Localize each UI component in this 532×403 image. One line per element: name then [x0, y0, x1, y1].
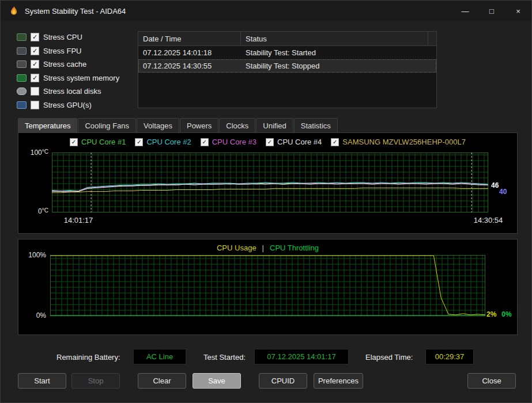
preferences-button[interactable]: Preferences [314, 373, 363, 389]
fpu-icon [17, 47, 27, 55]
minimize-button[interactable]: — [452, 1, 478, 21]
stress-option-label: Stress local disks [43, 87, 101, 96]
temperature-chart [52, 153, 488, 212]
title-separator: | [262, 244, 264, 252]
elapsed-time-label: Elapsed Time: [365, 353, 413, 362]
table-row[interactable]: 07.12.2025 14:30:55Stability Test: Stopp… [138, 59, 436, 73]
cpu-usage-chart [50, 255, 485, 316]
temp-x-axis-end: 14:30:54 [464, 216, 512, 225]
stress-option-stress-cpu[interactable]: ✓Stress CPU [17, 31, 119, 44]
legend-checkbox-samsung-mzvlw256hehp-000l7[interactable]: ✓ [331, 138, 339, 146]
clear-button[interactable]: Clear [138, 373, 186, 389]
usage-current-values: 2% 0% [486, 310, 512, 318]
temp-y-axis-min: 0°C [22, 207, 48, 215]
log-table-header: Date / Time Status [138, 32, 436, 46]
tab-unified[interactable]: Unified [256, 118, 293, 133]
throttling-current-value: 0% [501, 310, 511, 318]
legend-item-cpu-core-3: ✓CPU Core #3 [201, 138, 256, 146]
legend-label: CPU Core #3 [212, 138, 256, 146]
aida64-flame-icon [9, 6, 19, 16]
checkbox-stress-local-disks[interactable] [31, 87, 39, 96]
stop-button: Stop [71, 373, 120, 389]
save-button[interactable]: Save [193, 373, 241, 389]
usage-y-axis-max: 100% [21, 251, 46, 259]
cpu-usage-label: CPU Usage [217, 244, 256, 252]
start-button[interactable]: Start [18, 373, 66, 389]
legend-checkbox-cpu-core-2[interactable]: ✓ [135, 138, 143, 146]
stress-option-stress-cache[interactable]: ✓Stress cache [17, 58, 119, 71]
disk-icon [17, 88, 27, 95]
usage-y-axis-min: 0% [21, 311, 46, 320]
close-button[interactable]: × [505, 1, 531, 21]
stress-option-stress-fpu[interactable]: ✓Stress FPU [17, 44, 119, 58]
window-controls: — □ × [452, 1, 531, 21]
checkbox-stress-cache[interactable]: ✓ [31, 60, 39, 69]
legend-checkbox-cpu-core-1[interactable]: ✓ [70, 138, 78, 146]
temperatures-chart-panel: ✓CPU Core #1✓CPU Core #2✓CPU Core #3✓CPU… [18, 132, 518, 234]
legend-item-cpu-core-1: ✓CPU Core #1 [70, 138, 126, 146]
cpu-throttling-label: CPU Throttling [270, 244, 319, 252]
started-value-text: 07.12.2025 14:01:17 [267, 352, 335, 361]
chart-tabs: TemperaturesCooling FansVoltagesPowersCl… [18, 118, 338, 133]
cpuid-button[interactable]: CPUID [259, 373, 307, 389]
tab-voltages[interactable]: Voltages [137, 118, 179, 133]
cpu-usage-chart-title: CPU Usage|CPU Throttling [18, 244, 517, 252]
tab-temperatures[interactable]: Temperatures [18, 118, 77, 133]
usage-current-value: 2% [486, 310, 496, 318]
legend-label: SAMSUNG MZVLW256HEHP-000L7 [342, 138, 466, 146]
stress-options-list: ✓Stress CPU✓Stress FPU✓Stress cache✓Stre… [17, 31, 119, 112]
legend-checkbox-cpu-core-3[interactable]: ✓ [201, 138, 209, 146]
log-status-cell: Stability Test: Started [241, 48, 436, 57]
event-log-table[interactable]: Date / Time Status 07.12.2025 14:01:18St… [138, 31, 437, 108]
log-datetime-cell: 07.12.2025 14:01:18 [138, 48, 241, 57]
column-header-status[interactable]: Status [241, 32, 428, 45]
legend-label: CPU Core #2 [146, 138, 191, 146]
temp-current-value-2: 40 [499, 188, 507, 196]
system-stability-test-window: System Stability Test - AIDA64 — □ × ✓St… [0, 0, 532, 403]
stress-option-label: Stress CPU [43, 33, 82, 41]
memory-icon [17, 74, 27, 82]
temperature-legend: ✓CPU Core #1✓CPU Core #2✓CPU Core #3✓CPU… [18, 138, 517, 146]
stress-option-label: Stress cache [43, 60, 86, 69]
stress-option-stress-gpu-s[interactable]: Stress GPU(s) [17, 98, 119, 112]
log-rows: 07.12.2025 14:01:18Stability Test: Start… [138, 46, 436, 73]
gpu-icon [17, 101, 27, 109]
stress-option-stress-system-memory[interactable]: ✓Stress system memory [17, 71, 119, 85]
legend-label: CPU Core #4 [277, 138, 322, 146]
cache-icon [17, 60, 27, 68]
legend-label: CPU Core #1 [81, 138, 126, 146]
cpu-icon [17, 33, 27, 41]
window-title: System Stability Test - AIDA64 [25, 7, 126, 16]
title-bar: System Stability Test - AIDA64 — □ × [1, 1, 531, 21]
legend-checkbox-cpu-core-4[interactable]: ✓ [266, 138, 274, 146]
temp-y-axis-max: 100°C [22, 149, 48, 157]
legend-item-cpu-core-2: ✓CPU Core #2 [135, 138, 191, 146]
tab-clocks[interactable]: Clocks [219, 118, 255, 133]
temp-x-axis-start: 14:01:17 [54, 216, 103, 225]
test-started-label: Test Started: [203, 353, 246, 362]
legend-item-samsung-mzvlw256hehp-000l7: ✓SAMSUNG MZVLW256HEHP-000L7 [331, 138, 466, 146]
log-datetime-cell: 07.12.2025 14:30:55 [138, 62, 241, 70]
close-button[interactable]: Close [467, 373, 516, 389]
temp-current-value-1: 46 [491, 181, 499, 189]
checkbox-stress-system-memory[interactable]: ✓ [31, 74, 39, 82]
log-status-cell: Stability Test: Stopped [241, 62, 436, 70]
checkbox-stress-fpu[interactable]: ✓ [31, 47, 39, 55]
maximize-button[interactable]: □ [478, 1, 505, 21]
column-header-datetime[interactable]: Date / Time [138, 32, 241, 45]
stress-option-stress-local-disks[interactable]: Stress local disks [17, 85, 119, 98]
remaining-battery-value: AC Line [133, 349, 186, 364]
test-started-value: 07.12.2025 14:01:17 [254, 349, 349, 364]
tab-cooling-fans[interactable]: Cooling Fans [78, 118, 136, 133]
checkbox-stress-cpu[interactable]: ✓ [31, 33, 39, 41]
column-header-empty [428, 32, 436, 45]
elapsed-time-value: 00:29:37 [425, 349, 474, 364]
table-row[interactable]: 07.12.2025 14:01:18Stability Test: Start… [138, 46, 436, 59]
stress-option-label: Stress FPU [43, 47, 81, 55]
checkbox-stress-gpu-s[interactable] [31, 101, 39, 109]
tab-powers[interactable]: Powers [180, 118, 218, 133]
legend-item-cpu-core-4: ✓CPU Core #4 [266, 138, 322, 146]
stress-option-label: Stress GPU(s) [43, 101, 92, 109]
tab-statistics[interactable]: Statistics [294, 118, 338, 133]
battery-value-text: AC Line [146, 352, 173, 361]
